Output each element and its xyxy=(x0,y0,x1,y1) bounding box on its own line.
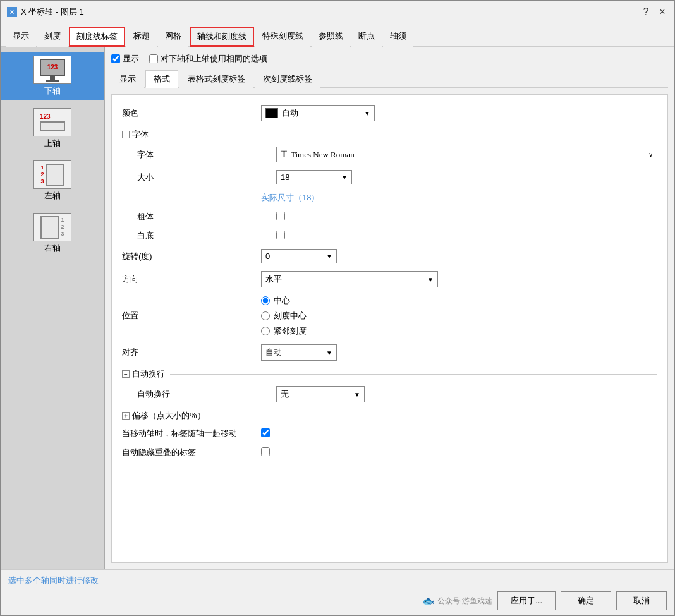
move-with-axis-label: 当移动轴时，标签随轴一起移动 xyxy=(122,428,261,439)
font-dropdown[interactable]: 𝕋 Times New Roman ∨ xyxy=(276,147,657,162)
rotation-control: 0 ▼ xyxy=(261,249,657,263)
position-adjacent-tick-radio[interactable] xyxy=(261,327,270,335)
left-axis-label: 左轴 xyxy=(44,190,61,202)
tab-special-ticks[interactable]: 特殊刻度线 xyxy=(255,27,310,47)
show-checkbox[interactable] xyxy=(111,54,120,63)
tab-breaks[interactable]: 断点 xyxy=(351,27,382,47)
top-options-row: 显示 对下轴和上轴使用相同的选项 xyxy=(111,53,668,64)
button-row: 🐟 公众号·游鱼戏莲 应用于... 确定 取消 xyxy=(8,591,667,610)
size-dropdown[interactable]: 18 ▼ xyxy=(276,170,352,184)
cancel-button[interactable]: 取消 xyxy=(616,591,667,610)
align-value: 自动 xyxy=(265,347,282,358)
main-tab-bar: 显示 刻度 刻度线标签 标题 网格 轴线和刻度线 特殊刻度线 参照线 断点 轴须 xyxy=(1,23,674,47)
bottom-axis-number: 123 xyxy=(47,64,58,71)
position-center-text: 中心 xyxy=(274,295,290,306)
size-row: 大小 18 ▼ xyxy=(122,170,657,184)
tab-ref-lines[interactable]: 参照线 xyxy=(312,27,350,47)
offset-section-toggle[interactable]: ＋ xyxy=(122,412,130,420)
tab-display[interactable]: 显示 xyxy=(6,27,36,47)
tab-axis-beard[interactable]: 轴须 xyxy=(383,27,413,47)
title-bar: X X 坐标轴 - 图层 1 ? × xyxy=(1,1,674,23)
main-window: X X 坐标轴 - 图层 1 ? × 显示 刻度 刻度线标签 标题 网格 轴线和… xyxy=(0,0,675,616)
position-tick-center-radio[interactable] xyxy=(261,311,270,320)
bold-label: 粗体 xyxy=(137,211,276,222)
align-dropdown[interactable]: 自动 ▼ xyxy=(261,344,337,361)
window-icon: X xyxy=(7,7,17,17)
show-checkbox-label[interactable]: 显示 xyxy=(111,53,139,64)
close-button[interactable]: × xyxy=(657,6,668,18)
align-row: 对齐 自动 ▼ xyxy=(122,344,657,361)
content-area: 123 下轴 123 上轴 xyxy=(1,47,674,569)
sidebar-item-right-axis[interactable]: 123 右轴 xyxy=(1,209,104,258)
auto-wrap-arrow-icon: ▼ xyxy=(354,391,360,398)
sub-tab-display[interactable]: 显示 xyxy=(111,70,144,88)
tab-ticks[interactable]: 刻度 xyxy=(37,27,68,47)
watermark: 🐟 公众号·游鱼戏莲 xyxy=(422,595,492,607)
white-bg-row: 白底 xyxy=(122,230,657,241)
right-axis-bar xyxy=(40,216,59,239)
hide-overlap-control xyxy=(261,447,657,458)
title-bar-left: X X 坐标轴 - 图层 1 xyxy=(7,6,84,18)
font-control: 𝕋 Times New Roman ∨ xyxy=(276,147,657,162)
tab-tick-labels[interactable]: 刻度线标签 xyxy=(69,27,125,47)
auto-wrap-label: 自动换行 xyxy=(137,389,276,400)
actual-size-text: 实际尺寸（18） xyxy=(261,192,657,203)
tab-axis-ticks[interactable]: 轴线和刻度线 xyxy=(190,27,254,47)
size-control: 18 ▼ xyxy=(276,170,657,184)
auto-wrap-dropdown[interactable]: 无 ▼ xyxy=(276,386,365,402)
move-with-axis-checkbox[interactable] xyxy=(261,428,270,437)
top-axis-label: 上轴 xyxy=(44,138,61,149)
font-section-title: 字体 xyxy=(132,129,149,140)
position-center-radio[interactable] xyxy=(261,296,270,305)
sidebar-item-left-axis[interactable]: 123 左轴 xyxy=(1,157,104,205)
sub-tab-table-format[interactable]: 表格式刻度标签 xyxy=(179,70,253,88)
color-swatch xyxy=(265,108,278,118)
color-dropdown[interactable]: 自动 ▼ xyxy=(261,105,375,121)
same-option-checkbox[interactable] xyxy=(149,54,158,63)
hide-overlap-checkbox[interactable] xyxy=(261,447,270,456)
direction-row: 方向 水平 ▼ xyxy=(122,271,657,287)
position-tick-center-text: 刻度中心 xyxy=(274,310,307,322)
tab-title[interactable]: 标题 xyxy=(126,27,157,47)
color-label: 颜色 xyxy=(122,107,261,119)
bold-checkbox[interactable] xyxy=(276,212,285,220)
sidebar-item-bottom-axis[interactable]: 123 下轴 xyxy=(1,52,104,100)
auto-wrap-section-toggle[interactable]: − xyxy=(122,370,130,378)
tab-grid[interactable]: 网格 xyxy=(158,27,188,47)
window-icon-text: X xyxy=(10,9,14,15)
bottom-axis-screen: 123 xyxy=(40,59,65,76)
align-arrow-icon: ▼ xyxy=(326,349,332,356)
font-icon: 𝕋 xyxy=(281,149,287,160)
offset-section-header: ＋ 偏移（点大小的%） xyxy=(122,410,657,421)
position-adjacent-tick-label[interactable]: 紧邻刻度 xyxy=(261,325,657,337)
sub-tab-bar: 显示 格式 表格式刻度标签 次刻度线标签 xyxy=(111,69,668,88)
auto-wrap-section-line xyxy=(170,374,657,375)
sub-tab-format[interactable]: 格式 xyxy=(145,70,178,88)
help-button[interactable]: ? xyxy=(640,6,652,18)
left-axis-icon: 123 xyxy=(33,160,71,189)
apply-button[interactable]: 应用于... xyxy=(497,591,556,610)
font-section-toggle[interactable]: − xyxy=(122,131,130,138)
auto-wrap-section-header: − 自动换行 xyxy=(122,368,657,380)
position-adjacent-tick-text: 紧邻刻度 xyxy=(274,325,307,337)
direction-dropdown[interactable]: 水平 ▼ xyxy=(261,271,438,287)
sidebar-item-top-axis[interactable]: 123 上轴 xyxy=(1,104,104,153)
bottom-axis-icon: 123 xyxy=(33,56,71,84)
position-center-label[interactable]: 中心 xyxy=(261,295,657,306)
auto-wrap-value: 无 xyxy=(281,389,289,400)
position-tick-center-label[interactable]: 刻度中心 xyxy=(261,310,657,322)
color-control: 自动 ▼ xyxy=(261,105,657,121)
rotation-dropdown[interactable]: 0 ▼ xyxy=(261,249,337,263)
color-row: 颜色 自动 ▼ xyxy=(122,105,657,121)
watermark-icon: 🐟 xyxy=(422,595,435,607)
position-radio-group: 中心 刻度中心 紧邻刻度 xyxy=(261,295,657,337)
sub-tab-minor-label[interactable]: 次刻度线标签 xyxy=(255,70,320,88)
top-axis-bar xyxy=(40,121,65,131)
color-arrow-icon: ▼ xyxy=(364,110,370,117)
same-option-label[interactable]: 对下轴和上轴使用相同的选项 xyxy=(149,53,267,64)
white-bg-checkbox[interactable] xyxy=(276,231,285,239)
left-axis-numbers: 123 xyxy=(40,164,44,184)
bold-control xyxy=(276,212,657,222)
ok-button[interactable]: 确定 xyxy=(561,591,611,610)
title-bar-right: ? × xyxy=(640,6,668,18)
